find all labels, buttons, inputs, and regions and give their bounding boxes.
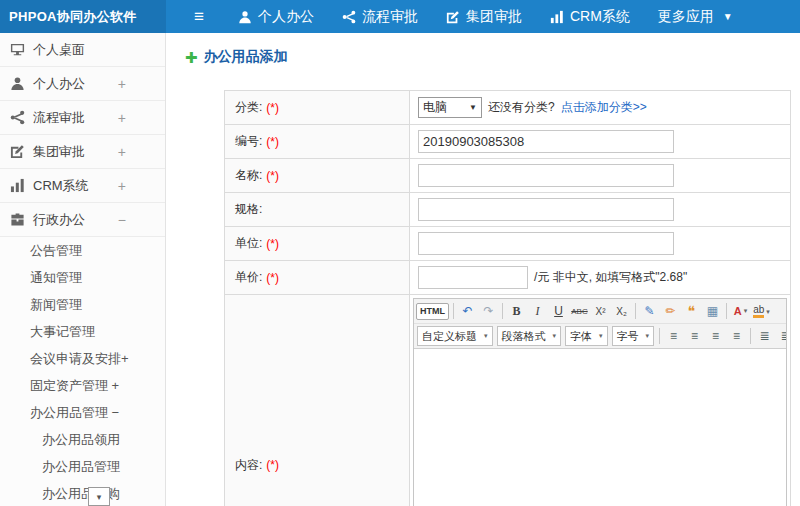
nav-label: 流程审批	[362, 8, 418, 26]
align-left-button[interactable]: ≡	[664, 326, 683, 346]
highlight-color-button[interactable]: ab ▾	[752, 301, 771, 321]
user-icon	[10, 76, 25, 91]
sidebar-subitem[interactable]: 新闻管理	[0, 291, 165, 318]
strikethrough-button[interactable]: ABC	[570, 301, 589, 321]
sidebar-item-label: 集团审批	[33, 143, 85, 161]
nav-group-approval[interactable]: 集团审批	[446, 8, 522, 26]
underline-button[interactable]: U	[549, 301, 568, 321]
remove-format-button[interactable]: ✏	[661, 301, 680, 321]
sidebar-item-label: 行政办公	[33, 211, 85, 229]
format-painter-button[interactable]: ✎	[640, 301, 659, 321]
sidebar-subsubitem[interactable]: 办公用品采购	[0, 480, 165, 506]
bold-button[interactable]: B	[507, 301, 526, 321]
required-mark: (*)	[266, 271, 279, 285]
price-format-hint: /元 非中文, 如填写格式"2.68"	[534, 269, 687, 286]
form-row-unit: 单位: (*)	[225, 227, 790, 261]
office-supply-add-form: 分类: (*) 电脑 ▼ 还没有分类? 点击添加分类>> 编号: (*)	[224, 90, 791, 506]
nav-workflow-approval[interactable]: 流程审批	[342, 8, 418, 26]
category-hint: 还没有分类?	[488, 99, 555, 116]
align-right-button[interactable]: ≡	[706, 326, 725, 346]
sidebar-item-personal-desktop[interactable]: 个人桌面	[0, 33, 165, 67]
page-title: ✚ 办公用品添加	[185, 48, 800, 66]
expand-toggle[interactable]: +	[118, 76, 126, 92]
redo-button[interactable]: ↷	[479, 301, 498, 321]
nav-personal-office[interactable]: 个人办公	[238, 8, 314, 26]
briefcase-icon	[10, 212, 25, 227]
sidebar-item-personal-office[interactable]: 个人办公 +	[0, 67, 165, 101]
sidebar-item-workflow-approval[interactable]: 流程审批 +	[0, 101, 165, 135]
spec-input[interactable]	[418, 198, 674, 221]
chart-icon	[10, 178, 25, 193]
collapse-toggle[interactable]: −	[118, 212, 126, 228]
expand-toggle[interactable]: +	[118, 178, 126, 194]
font-size-dropdown[interactable]: 字号 ▾	[612, 326, 655, 346]
sidebar-scroll-down-button[interactable]: ▾	[88, 487, 110, 506]
align-center-button[interactable]: ≡	[685, 326, 704, 346]
nav-crm-system[interactable]: CRM系统	[550, 8, 630, 26]
topbar: PHPOA协同办公软件 ≡ 个人办公 流程审批 集团审批 CRM系统 更多应用 …	[0, 0, 800, 33]
sidebar-subitem[interactable]: 通知管理	[0, 264, 165, 291]
required-mark: (*)	[266, 101, 279, 115]
sidebar-subitem[interactable]: 公告管理	[0, 237, 165, 264]
subscript-button[interactable]: X₂	[612, 301, 631, 321]
user-icon	[238, 10, 252, 24]
table-button[interactable]: ▦	[703, 301, 722, 321]
italic-button[interactable]: I	[528, 301, 547, 321]
menu-toggle-icon[interactable]: ≡	[194, 8, 204, 25]
dropdown-label: 字体	[570, 329, 592, 344]
sidebar-subitem[interactable]: 办公用品管理 −	[0, 399, 165, 426]
sidebar-subsubitem[interactable]: 办公用品管理	[0, 453, 165, 480]
form-row-code: 编号: (*)	[225, 125, 790, 159]
sidebar-item-label: 流程审批	[33, 109, 85, 127]
sidebar-subitem-label: 大事记管理	[30, 323, 95, 341]
unit-input[interactable]	[418, 232, 674, 255]
custom-heading-dropdown[interactable]: 自定义标题 ▾	[417, 326, 493, 346]
sidebar-item-label: 个人办公	[33, 75, 85, 93]
unordered-list-button[interactable]: ≣	[776, 326, 786, 346]
code-input[interactable]	[418, 130, 674, 153]
sidebar-item-group-approval[interactable]: 集团审批 +	[0, 135, 165, 169]
field-label: 编号:	[235, 133, 262, 150]
price-value-cell: /元 非中文, 如填写格式"2.68"	[410, 261, 790, 294]
font-family-dropdown[interactable]: 字体 ▾	[565, 326, 608, 346]
sidebar-subsubitem[interactable]: 办公用品领用	[0, 426, 165, 453]
editor-content-area[interactable]	[414, 349, 786, 506]
sidebar-item-label: 个人桌面	[33, 41, 85, 59]
sidebar-item-crm-system[interactable]: CRM系统 +	[0, 169, 165, 203]
price-input[interactable]	[418, 266, 528, 289]
required-mark: (*)	[266, 237, 279, 251]
sidebar-subitem[interactable]: 会议申请及安排+	[0, 345, 165, 372]
sidebar-subitem-label: 办公用品管理 −	[30, 404, 119, 422]
align-justify-button[interactable]: ≡	[727, 326, 746, 346]
ordered-list-button[interactable]: ≣	[755, 326, 774, 346]
undo-button[interactable]: ↶	[458, 301, 477, 321]
content-label-cell: 内容: (*)	[225, 295, 410, 506]
editor-toolbar-row1: HTML ↶ ↷ B I U ABC X² X₂ ✎ ✏	[414, 299, 786, 324]
toolbar-separator	[635, 303, 636, 319]
expand-toggle[interactable]: +	[118, 110, 126, 126]
sidebar-subitem[interactable]: 大事记管理	[0, 318, 165, 345]
form-row-name: 名称: (*)	[225, 159, 790, 193]
sidebar-item-label: CRM系统	[33, 177, 89, 195]
category-selected-value: 电脑	[423, 99, 447, 116]
nav-label: CRM系统	[570, 8, 630, 26]
category-select[interactable]: 电脑 ▼	[418, 97, 482, 118]
name-input[interactable]	[418, 164, 674, 187]
html-source-button[interactable]: HTML	[416, 303, 449, 320]
sidebar-subitem[interactable]: 固定资产管理 +	[0, 372, 165, 399]
superscript-button[interactable]: X²	[591, 301, 610, 321]
desktop-icon	[10, 42, 25, 57]
sidebar-item-admin-office[interactable]: 行政办公 −	[0, 203, 165, 237]
form-row-spec: 规格:	[225, 193, 790, 227]
top-nav: 个人办公 流程审批 集团审批 CRM系统 更多应用 ▼	[238, 8, 733, 26]
text-color-button[interactable]: A ▾	[731, 301, 750, 321]
sidebar-subitem-label: 新闻管理	[30, 296, 82, 314]
nav-more-apps[interactable]: 更多应用 ▼	[658, 8, 733, 26]
expand-toggle[interactable]: +	[118, 144, 126, 160]
nav-label: 集团审批	[466, 8, 522, 26]
blockquote-button[interactable]: ❝	[682, 301, 701, 321]
paragraph-format-dropdown[interactable]: 段落格式 ▾	[497, 326, 562, 346]
sidebar-subitem-label: 固定资产管理 +	[30, 377, 119, 395]
sidebar-subsubitem-label: 办公用品管理	[42, 458, 120, 476]
add-category-link[interactable]: 点击添加分类>>	[561, 99, 647, 116]
